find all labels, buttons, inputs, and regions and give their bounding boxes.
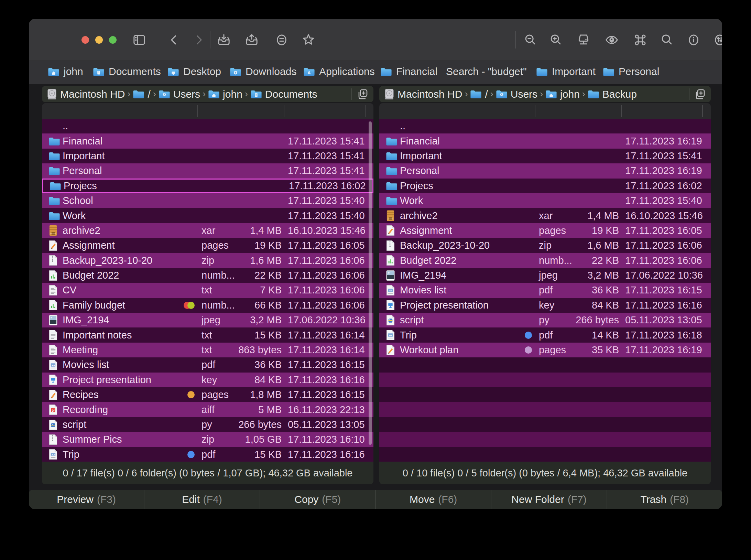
scrollbar-thumb[interactable] bbox=[369, 121, 372, 445]
file-row[interactable]: Budget 2022numb...22 KB17.11.2023 16:06 bbox=[42, 268, 373, 283]
file-row[interactable]: Recordingaiff5 MB16.11.2023 22:13 bbox=[42, 402, 373, 417]
file-row[interactable]: Movies listpdf36 KB17.11.2023 16:15 bbox=[379, 283, 711, 298]
file-row[interactable]: Project presentationkey84 KB17.11.2023 1… bbox=[42, 373, 373, 387]
forward-chevron-icon[interactable] bbox=[191, 33, 206, 47]
arrows-up-down-circle-icon[interactable] bbox=[712, 33, 722, 47]
file-row[interactable]: Recipespages1,8 MB17.11.2023 16:15 bbox=[42, 387, 373, 402]
favorite-item-personal[interactable]: Personal bbox=[603, 66, 659, 77]
file-row[interactable]: Backup_2023-10-20zip1,6 MB17.11.2023 16:… bbox=[42, 253, 373, 268]
preview-button[interactable]: Preview(F3) bbox=[29, 490, 144, 509]
column-header-size[interactable] bbox=[572, 105, 621, 117]
tag-dots bbox=[514, 346, 535, 354]
file-row[interactable]: ARCHIVEarchive2xar1,4 MB16.10.2023 15:46 bbox=[379, 208, 711, 223]
file-row[interactable]: Family budgetnumb...66 KB17.11.2023 16:0… bbox=[42, 298, 373, 313]
fn-button-label: Move bbox=[410, 494, 435, 505]
eye-icon[interactable] bbox=[605, 33, 619, 47]
column-header-date-modified[interactable] bbox=[621, 105, 702, 117]
file-row[interactable]: Budget 2022numb...22 KB17.11.2023 16:06 bbox=[379, 253, 711, 268]
tray-arrow-up-icon[interactable] bbox=[244, 33, 259, 47]
favorite-item-downloads[interactable]: Downloads bbox=[230, 66, 296, 77]
file-row[interactable]: Projecs17.11.2023 16:02 bbox=[379, 179, 711, 193]
command-key-icon[interactable] bbox=[633, 33, 647, 47]
trash-button[interactable]: Trash(F8) bbox=[607, 490, 722, 509]
favorite-item-documents[interactable]: Documents bbox=[93, 66, 161, 77]
copy-button[interactable]: Copy(F5) bbox=[260, 490, 375, 509]
file-date-modified: 17.11.2023 15:40 bbox=[284, 210, 365, 222]
file-row[interactable]: Personal17.11.2023 15:41 bbox=[42, 163, 373, 178]
breadcrumb-item-macintosh-hd[interactable]: Macintosh HD bbox=[384, 88, 462, 100]
file-row[interactable]: Financial17.11.2023 16:19 bbox=[379, 133, 711, 148]
breadcrumb-item--[interactable]: / bbox=[133, 88, 150, 100]
file-date-modified: 17.11.2023 16:15 bbox=[284, 389, 365, 400]
file-row[interactable]: Work17.11.2023 15:40 bbox=[42, 208, 373, 223]
file-row[interactable]: Work17.11.2023 15:40 bbox=[379, 193, 711, 208]
magnifier-minus-icon[interactable] bbox=[523, 33, 537, 47]
file-row[interactable]: IMG_2194jpeg3,2 MB17.06.2022 10:36 bbox=[42, 313, 373, 327]
zoom-window-button[interactable] bbox=[109, 36, 117, 44]
close-window-button[interactable] bbox=[81, 36, 89, 44]
file-row[interactable]: Movies listpdf36 KB17.11.2023 16:15 bbox=[42, 357, 373, 372]
folder-icon bbox=[379, 151, 400, 161]
favorite-item-applications[interactable]: Applications bbox=[303, 66, 375, 77]
file-row[interactable]: Important17.11.2023 15:41 bbox=[42, 149, 373, 163]
file-row[interactable]: Backup_2023-10-20zip1,6 MB17.11.2023 16:… bbox=[379, 238, 711, 253]
favorite-item-important[interactable]: Important bbox=[536, 66, 596, 77]
file-row[interactable]: Assignmentpages19 KB17.11.2023 16:05 bbox=[42, 238, 373, 253]
file-row[interactable]: Projecs17.11.2023 16:02 bbox=[42, 179, 373, 193]
new-tab-icon[interactable] bbox=[357, 88, 369, 100]
file-row[interactable]: School17.11.2023 15:40 bbox=[42, 193, 373, 208]
file-row[interactable]: Assignmentpages19 KB17.11.2023 16:05 bbox=[379, 223, 711, 238]
column-header-date-modified[interactable] bbox=[284, 105, 365, 117]
favorite-item-financial[interactable]: Financial bbox=[380, 66, 437, 77]
new-folder-button[interactable]: New Folder(F7) bbox=[491, 490, 606, 509]
circle-equals-icon[interactable] bbox=[274, 33, 289, 47]
file-row[interactable]: Important notestxt15 KB17.11.2023 16:14 bbox=[42, 327, 373, 342]
new-tab-icon[interactable] bbox=[694, 88, 706, 100]
minimize-window-button[interactable] bbox=[95, 36, 103, 44]
info-circle-icon[interactable] bbox=[686, 33, 701, 47]
file-row[interactable]: Workout planpages35 KB17.11.2023 16:19 bbox=[379, 343, 711, 357]
file-row[interactable]: Trippdf14 KB17.11.2023 16:18 bbox=[379, 327, 711, 342]
file-name: script bbox=[63, 419, 177, 430]
breadcrumb-item--[interactable]: / bbox=[470, 88, 488, 100]
star-icon[interactable] bbox=[301, 33, 316, 47]
file-row[interactable]: Meetingtxt863 bytes17.11.2023 16:14 bbox=[42, 343, 373, 357]
magnifier-icon[interactable] bbox=[660, 33, 674, 47]
parent-dir-row[interactable]: .. bbox=[379, 119, 711, 133]
file-row[interactable]: Project presentationkey84 KB17.11.2023 1… bbox=[379, 298, 711, 313]
breadcrumb-item-macintosh-hd[interactable]: Macintosh HD bbox=[47, 88, 125, 100]
edit-button[interactable]: Edit(F4) bbox=[144, 490, 259, 509]
file-row[interactable]: scriptpy266 bytes05.11.2023 13:05 bbox=[42, 417, 373, 432]
fn-button-key: (F3) bbox=[97, 494, 116, 505]
file-row[interactable]: Summer Picszip1,05 GB17.11.2023 16:10 bbox=[42, 432, 373, 447]
external-drive-icon[interactable] bbox=[576, 33, 591, 47]
parent-dir-row[interactable]: .. bbox=[42, 119, 373, 133]
favorite-item-john[interactable]: john bbox=[48, 66, 83, 77]
sidebar-toggle-icon[interactable] bbox=[132, 33, 146, 47]
breadcrumb-item-backup[interactable]: Backup bbox=[588, 88, 637, 100]
tray-arrow-down-icon[interactable] bbox=[217, 33, 231, 47]
column-header-ext[interactable] bbox=[197, 105, 235, 117]
file-row[interactable]: ARCHIVEarchive2xar1,4 MB16.10.2023 15:46 bbox=[42, 223, 373, 238]
favorite-item-desktop[interactable]: Desktop bbox=[167, 66, 221, 77]
column-header-ext[interactable] bbox=[535, 105, 572, 117]
file-row[interactable]: Personal17.11.2023 16:19 bbox=[379, 163, 711, 178]
magnifier-plus-icon[interactable] bbox=[548, 33, 563, 47]
file-row[interactable]: Trippdf15 KB17.11.2023 16:16 bbox=[42, 447, 373, 462]
favorite-item-search-budget-[interactable]: Search - "budget" bbox=[446, 66, 527, 77]
breadcrumb-item-john[interactable]: john bbox=[545, 88, 580, 100]
file-row[interactable]: Important17.11.2023 15:41 bbox=[379, 149, 711, 163]
back-chevron-icon[interactable] bbox=[167, 33, 182, 47]
move-button[interactable]: Move(F6) bbox=[375, 490, 491, 509]
breadcrumb-item-users[interactable]: Users bbox=[496, 88, 537, 100]
breadcrumb-item-documents[interactable]: Documents bbox=[250, 88, 317, 100]
breadcrumb-item-john[interactable]: john bbox=[208, 88, 242, 100]
file-row[interactable]: Financial17.11.2023 15:41 bbox=[42, 133, 373, 148]
file-row[interactable]: scriptpy266 bytes05.11.2023 13:05 bbox=[379, 313, 711, 327]
column-header-size[interactable] bbox=[235, 105, 284, 117]
breadcrumb-item-users[interactable]: Users bbox=[159, 88, 200, 100]
file-row[interactable]: CVtxt7 KB17.11.2023 16:06 bbox=[42, 283, 373, 298]
file-row[interactable]: IMG_2194jpeg3,2 MB17.06.2022 10:36 bbox=[379, 268, 711, 283]
file-size: 3,2 MB bbox=[235, 314, 284, 326]
pdf-doc-icon bbox=[42, 359, 63, 371]
